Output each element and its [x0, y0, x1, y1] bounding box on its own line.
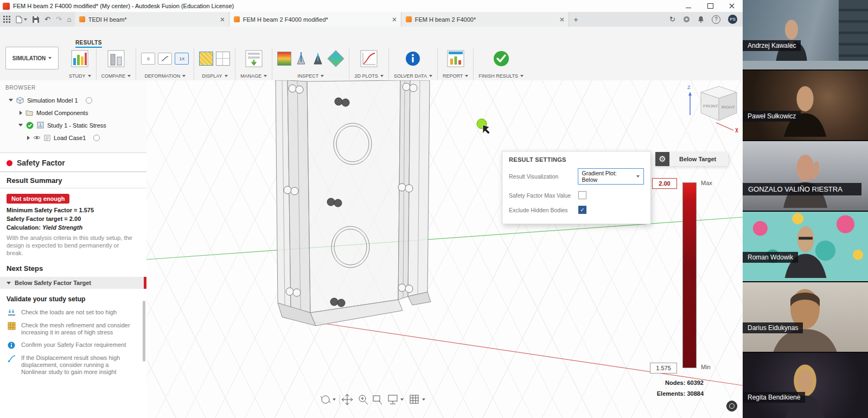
exclude-hidden-label: Exclude Hidden Bodies	[509, 207, 578, 213]
collapse-icon[interactable]	[27, 136, 30, 140]
background-desk	[743, 61, 868, 69]
display-settings-icon[interactable]	[388, 395, 397, 404]
view-cube[interactable]: Z FRONT RIGHT	[685, 81, 742, 138]
inspect-section-icon[interactable]	[311, 52, 325, 66]
notifications-bell-icon[interactable]	[698, 16, 704, 23]
maximize-button[interactable]	[699, 0, 721, 12]
legend-min-value-field[interactable]: 1.575	[650, 363, 677, 373]
grid-settings-icon[interactable]	[410, 395, 418, 403]
display-mesh-icon[interactable]	[216, 52, 230, 66]
participant-video-1[interactable]: Andrzej Kawalec	[743, 0, 868, 71]
fusion-doc-icon	[406, 16, 412, 22]
deformation-scaled-button[interactable]: 1X	[175, 53, 189, 65]
tab-close-icon[interactable]	[392, 17, 397, 22]
minimize-button[interactable]	[678, 0, 699, 12]
tree-item-load-case[interactable]: Load Case1	[0, 131, 146, 144]
deformation-actual-button[interactable]	[158, 53, 172, 65]
grid-caret-icon[interactable]	[422, 398, 425, 401]
caret-icon	[88, 75, 91, 77]
ribbon-context-tab[interactable]: RESULTS	[75, 40, 102, 48]
x-axis-icon	[716, 123, 733, 130]
activate-radio[interactable]	[86, 97, 92, 104]
activate-radio[interactable]	[93, 135, 100, 141]
participant-video-3[interactable]: GONZALO VALIÑO RIESTRA	[743, 141, 868, 212]
validate-header: Validate your study setup	[0, 289, 146, 306]
panel-scrollbar[interactable]	[143, 301, 145, 362]
zoom-window-icon[interactable]	[373, 396, 382, 404]
file-menu-icon[interactable]	[16, 16, 27, 23]
orbit-caret-icon[interactable]	[333, 398, 336, 401]
help-icon[interactable]: ?	[712, 15, 720, 24]
toolbar-group-finish-results[interactable]: FINISH RESULTS	[474, 47, 528, 79]
exclude-hidden-checkbox[interactable]: ✓	[578, 206, 586, 214]
document-tab-2-active[interactable]: FEM H beam 2 F4000 modified*	[229, 12, 401, 27]
undo-icon[interactable]: ↶	[44, 15, 50, 23]
check-item-requirement: Confirm your Safety Factor requirement	[0, 339, 146, 352]
visualization-dropdown[interactable]: Gradient Plot: Below	[578, 168, 644, 185]
z-axis-label: Z	[687, 85, 691, 90]
participant-video-2[interactable]: Paweł Sułkowicz	[743, 71, 868, 141]
home-icon[interactable]: ⌂	[67, 15, 72, 23]
tree-item-simulation-model[interactable]: Simulation Model 1	[0, 94, 146, 106]
document-tab-3[interactable]: FEM H beam 2 F4000*	[401, 12, 569, 27]
display-shaded-icon[interactable]	[199, 52, 213, 66]
redo-icon[interactable]: ↷	[56, 15, 62, 23]
caret-icon	[321, 75, 324, 77]
toolbar-group-display[interactable]: DISPLAY	[194, 47, 235, 79]
display-caret-icon[interactable]	[400, 398, 404, 401]
screen: FEM H beam 2 F4000 modified* (My center)…	[0, 0, 868, 418]
document-tab-1[interactable]: TEDI H beam*	[75, 12, 229, 27]
app-grid-icon[interactable]	[3, 16, 10, 23]
check-item-nonlinear: If the Displacement result shows high di…	[0, 352, 146, 378]
assistant-bubble-button[interactable]	[726, 401, 737, 411]
workspace-selector[interactable]: SIMULATION	[5, 47, 59, 69]
x-marker-icon	[736, 128, 738, 132]
toolbar-group-solver-data[interactable]: SOLVER DATA	[389, 47, 437, 79]
solver-data-icon	[405, 50, 421, 67]
toolbar-group-deformation[interactable]: 0 1X DEFORMATION	[136, 47, 194, 79]
pan-icon[interactable]	[342, 394, 353, 405]
tree-item-study[interactable]: Study 1 - Static Stress	[0, 119, 146, 131]
participant-video-6[interactable]: Regita Bendikienė	[743, 353, 868, 418]
tree-item-model-components[interactable]: Model Components	[0, 106, 146, 119]
close-button[interactable]	[721, 0, 743, 12]
button-label: 1X	[179, 56, 184, 61]
collapse-icon[interactable]	[20, 111, 22, 115]
orbit-icon[interactable]	[321, 396, 330, 403]
gear-icon[interactable]: ⚙	[655, 152, 669, 166]
below-target-section[interactable]: Below Safety Factor Target	[0, 277, 146, 289]
caret-icon	[429, 75, 432, 77]
participant-video-5[interactable]: Darius Eidukynas	[743, 282, 868, 353]
job-status-icon[interactable]: ↻	[669, 15, 675, 23]
max-value-checkbox[interactable]	[578, 191, 586, 199]
tab-close-icon[interactable]	[220, 17, 225, 22]
quick-access-toolbar: ↶ ↷ ⌂	[0, 12, 75, 27]
participant-silhouette	[771, 223, 840, 278]
new-tab-button[interactable]: +	[569, 12, 583, 27]
check-item-mesh: Check the mesh refinement and consider i…	[0, 319, 146, 339]
toolbar-group-report[interactable]: REPORT	[438, 47, 473, 79]
save-icon[interactable]	[33, 16, 39, 23]
toolbar-group-compare[interactable]: COMPARE	[97, 47, 136, 79]
participant-name: GONZALO VALIÑO RIESTRA	[743, 183, 861, 195]
inspect-surface-icon[interactable]	[328, 50, 344, 67]
inspect-probe-icon[interactable]	[294, 52, 308, 66]
toolbar-group-manage[interactable]: MANAGE	[235, 47, 272, 79]
expand-icon[interactable]	[18, 124, 23, 126]
toolbar-group-inspect[interactable]: INSPECT	[272, 47, 349, 79]
participant-video-4[interactable]: Roman Wdowik	[743, 212, 868, 282]
zoom-icon[interactable]	[359, 395, 368, 404]
inspect-legend-icon[interactable]	[277, 52, 291, 66]
legend-max-value-field[interactable]: 2.00	[652, 178, 677, 189]
dropdown-value: Gradient Plot: Below	[582, 170, 633, 183]
user-avatar[interactable]: PS	[728, 15, 737, 24]
3d-viewport[interactable]: Z FRONT RIGHT RESULT SETTINGS Result Vis…	[146, 80, 743, 418]
expand-icon[interactable]	[9, 99, 13, 102]
toolbar-group-study[interactable]: STUDY	[64, 47, 96, 79]
extensions-icon[interactable]	[683, 16, 690, 23]
deformation-none-button[interactable]: 0	[141, 53, 155, 65]
toolbar-group-2d-plots[interactable]: 2D PLOTS	[349, 47, 388, 79]
visibility-eye-icon[interactable]	[33, 135, 41, 140]
finish-results-icon	[493, 50, 510, 67]
tab-close-icon[interactable]	[560, 17, 564, 22]
